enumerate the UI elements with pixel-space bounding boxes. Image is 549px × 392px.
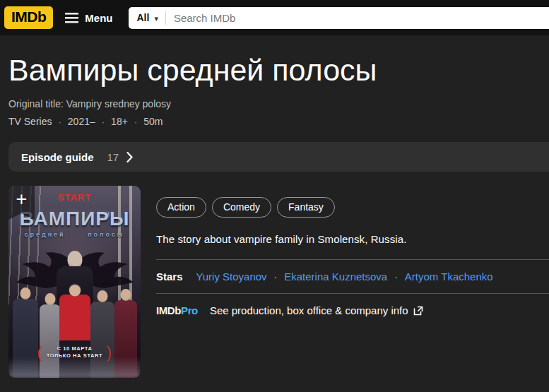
meta-years[interactable]: 2021– bbox=[68, 116, 95, 127]
star-link-2[interactable]: Ekaterina Kuznetsova bbox=[284, 271, 387, 283]
genre-chip-fantasy[interactable]: Fantasy bbox=[277, 197, 335, 218]
menu-label: Menu bbox=[85, 12, 112, 24]
plot-summary: The story about vampire family in Smolen… bbox=[156, 233, 549, 245]
paren-close: ) bbox=[107, 343, 112, 360]
chevron-right-icon bbox=[126, 152, 133, 162]
meta-runtime: 50m bbox=[143, 116, 163, 127]
episode-guide-count: 17 bbox=[107, 151, 119, 163]
imdbpro-logo-pro: Pro bbox=[181, 304, 198, 316]
imdbpro-logo[interactable]: IMDbPro bbox=[156, 304, 198, 316]
stars-label: Stars bbox=[156, 271, 183, 283]
original-title: Original title: Vampiry sredney polosy bbox=[8, 98, 549, 109]
search-category-dropdown[interactable]: All ▾ bbox=[129, 12, 165, 23]
imdb-logo[interactable]: IMDb bbox=[4, 6, 53, 29]
search-input[interactable] bbox=[166, 12, 549, 24]
title-meta-row: TV Series · 2021– · 18+ · 50m bbox=[8, 116, 549, 127]
external-link-icon bbox=[413, 306, 423, 316]
episode-guide-bar[interactable]: Episode guide 17 bbox=[8, 142, 549, 172]
imdbpro-row: IMDbPro See production, box office & com… bbox=[156, 294, 549, 327]
poster-art-fog bbox=[8, 357, 141, 378]
meta-separator: · bbox=[134, 117, 137, 127]
page-title: Вампиры средней полосы bbox=[8, 53, 549, 88]
title-overview: START ВАМПИРЫ средней полосы ( С 10 МАРТ… bbox=[0, 186, 549, 378]
episode-guide-label: Episode guide bbox=[21, 151, 94, 163]
imdbpro-link-text: See production, box office & company inf… bbox=[210, 304, 408, 316]
star-link-1[interactable]: Yuriy Stoyanov bbox=[196, 271, 267, 283]
meta-type: TV Series bbox=[8, 116, 52, 127]
star-separator: · bbox=[274, 271, 278, 283]
poster-subtitle-text: средней полосы bbox=[8, 231, 141, 238]
poster-release-line2: ТОЛЬКО НА START bbox=[47, 352, 103, 359]
hamburger-icon bbox=[65, 13, 78, 23]
caret-down-icon: ▾ bbox=[154, 14, 158, 23]
meta-separator: · bbox=[102, 117, 105, 127]
star-separator: · bbox=[394, 271, 398, 283]
genre-chips: Action Comedy Fantasy bbox=[156, 197, 549, 218]
meta-rating[interactable]: 18+ bbox=[111, 116, 128, 127]
genre-chip-action[interactable]: Action bbox=[156, 197, 206, 218]
paren-open: ( bbox=[37, 343, 42, 360]
search-bar: All ▾ bbox=[129, 7, 549, 29]
poster-image[interactable]: START ВАМПИРЫ средней полосы ( С 10 МАРТ… bbox=[8, 186, 141, 378]
imdbpro-logo-imdb: IMDb bbox=[156, 304, 181, 316]
stars-row: Stars Yuriy Stoyanov · Ekaterina Kuznets… bbox=[156, 260, 549, 293]
imdbpro-link[interactable]: See production, box office & company inf… bbox=[210, 304, 423, 316]
poster-release-note: ( С 10 МАРТА ТОЛЬКО НА START ) bbox=[8, 345, 141, 360]
top-navigation-bar: IMDb Menu All ▾ bbox=[0, 0, 549, 35]
search-category-value: All bbox=[137, 12, 150, 23]
star-link-3[interactable]: Artyom Tkachenko bbox=[405, 271, 493, 283]
menu-button[interactable]: Menu bbox=[65, 12, 112, 24]
genre-chip-comedy[interactable]: Comedy bbox=[212, 197, 271, 218]
title-hero-section: Вампиры средней полосы Original title: V… bbox=[0, 53, 549, 127]
meta-separator: · bbox=[58, 117, 61, 127]
title-details-column: Action Comedy Fantasy The story about va… bbox=[156, 186, 549, 378]
poster-release-line1: С 10 МАРТА bbox=[57, 345, 92, 352]
